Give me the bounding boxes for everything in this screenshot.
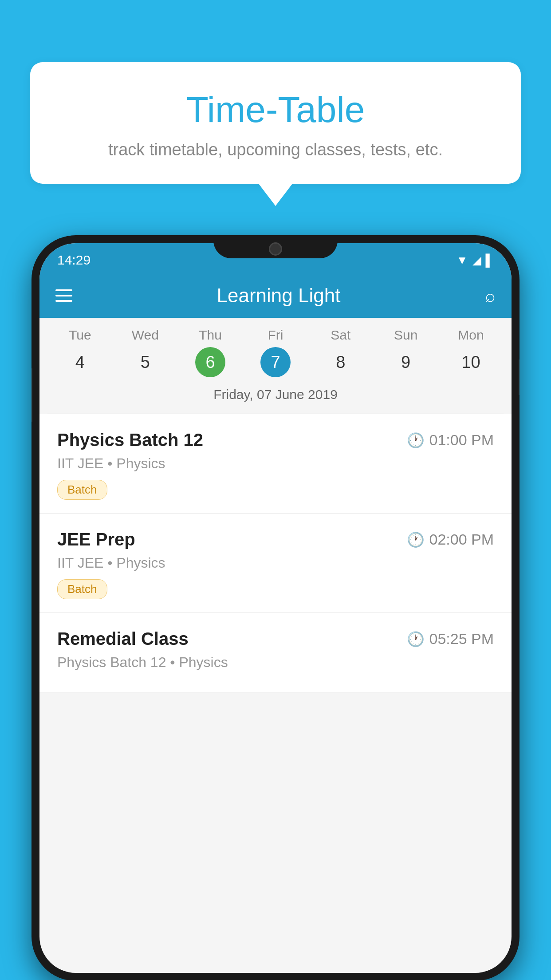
phone-screen: 14:29 ▼ ◢ ▌ Learning Light ⌕ <box>39 243 512 973</box>
schedule-item[interactable]: JEE Prep🕐02:00 PMIIT JEE • PhysicsBatch <box>39 514 512 613</box>
day-number[interactable]: 4 <box>65 347 95 377</box>
day-label: Fri <box>268 328 283 343</box>
calendar-day-col[interactable]: Mon10 <box>442 328 500 377</box>
schedule-subtitle: IIT JEE • Physics <box>57 555 494 571</box>
day-number[interactable]: 6 <box>195 347 225 377</box>
day-number[interactable]: 9 <box>391 347 421 377</box>
schedule-title: Remedial Class <box>57 629 189 649</box>
schedule-time: 🕐02:00 PM <box>407 531 494 548</box>
schedule-title: JEE Prep <box>57 530 135 549</box>
phone-wrapper: 14:29 ▼ ◢ ▌ Learning Light ⌕ <box>30 235 521 980</box>
calendar-day-col[interactable]: Wed5 <box>116 328 174 377</box>
calendar-day-col[interactable]: Tue4 <box>51 328 109 377</box>
menu-line-1 <box>55 289 72 291</box>
phone-button-left <box>31 368 32 422</box>
app-title: Learning Light <box>217 285 341 307</box>
clock-icon: 🕐 <box>407 531 425 548</box>
calendar-selected-date: Friday, 07 June 2019 <box>47 382 504 410</box>
schedule-time: 🕐05:25 PM <box>407 630 494 648</box>
menu-button[interactable] <box>55 289 72 302</box>
status-icons: ▼ ◢ ▌ <box>457 253 494 267</box>
menu-line-2 <box>55 295 72 296</box>
battery-icon: ▌ <box>486 253 494 267</box>
day-number[interactable]: 5 <box>130 347 160 377</box>
app-header: Learning Light ⌕ <box>39 273 512 318</box>
calendar-day-col[interactable]: Fri7 <box>247 328 304 377</box>
speech-bubble-section: Time-Table track timetable, upcoming cla… <box>30 62 521 206</box>
speech-bubble-card: Time-Table track timetable, upcoming cla… <box>30 62 521 184</box>
schedule-item-header: Remedial Class🕐05:25 PM <box>57 629 494 649</box>
day-number[interactable]: 7 <box>260 347 291 377</box>
calendar-day-col[interactable]: Thu6 <box>181 328 239 377</box>
time-text: 02:00 PM <box>429 531 494 548</box>
bubble-title: Time-Table <box>48 89 503 130</box>
day-label: Wed <box>132 328 159 343</box>
wifi-icon: ▼ <box>457 253 468 267</box>
phone-camera <box>269 242 282 256</box>
phone-notch <box>213 235 338 258</box>
calendar-days-row: Tue4Wed5Thu6Fri7Sat8Sun9Mon10 <box>47 328 504 377</box>
calendar-day-col[interactable]: Sun9 <box>377 328 435 377</box>
phone-button-right <box>519 360 520 395</box>
calendar-day-col[interactable]: Sat8 <box>312 328 370 377</box>
day-label: Tue <box>69 328 91 343</box>
schedule-item-header: Physics Batch 12🕐01:00 PM <box>57 430 494 450</box>
schedule-time: 🕐01:00 PM <box>407 431 494 449</box>
day-label: Mon <box>458 328 484 343</box>
day-number[interactable]: 10 <box>456 347 486 377</box>
clock-icon: 🕐 <box>407 432 425 449</box>
time-text: 05:25 PM <box>429 630 494 648</box>
schedule-subtitle: Physics Batch 12 • Physics <box>57 654 494 671</box>
menu-line-3 <box>55 300 72 302</box>
bubble-subtitle: track timetable, upcoming classes, tests… <box>48 140 503 159</box>
search-icon[interactable]: ⌕ <box>485 286 496 306</box>
schedule-item-header: JEE Prep🕐02:00 PM <box>57 530 494 549</box>
schedule-list: Physics Batch 12🕐01:00 PMIIT JEE • Physi… <box>39 414 512 692</box>
schedule-title: Physics Batch 12 <box>57 430 203 450</box>
time-text: 01:00 PM <box>429 431 494 449</box>
day-number[interactable]: 8 <box>326 347 356 377</box>
batch-badge: Batch <box>57 579 107 599</box>
day-label: Sat <box>331 328 350 343</box>
day-label: Sun <box>394 328 417 343</box>
batch-badge: Batch <box>57 480 107 500</box>
schedule-item[interactable]: Physics Batch 12🕐01:00 PMIIT JEE • Physi… <box>39 414 512 514</box>
bubble-pointer <box>259 184 292 206</box>
clock-icon: 🕐 <box>407 631 425 648</box>
schedule-item[interactable]: Remedial Class🕐05:25 PMPhysics Batch 12 … <box>39 613 512 692</box>
calendar-strip: Tue4Wed5Thu6Fri7Sat8Sun9Mon10 Friday, 07… <box>39 318 512 414</box>
signal-icon: ◢ <box>472 253 481 267</box>
day-label: Thu <box>199 328 222 343</box>
status-time: 14:29 <box>57 253 91 268</box>
phone-frame: 14:29 ▼ ◢ ▌ Learning Light ⌕ <box>31 235 520 980</box>
schedule-subtitle: IIT JEE • Physics <box>57 455 494 472</box>
